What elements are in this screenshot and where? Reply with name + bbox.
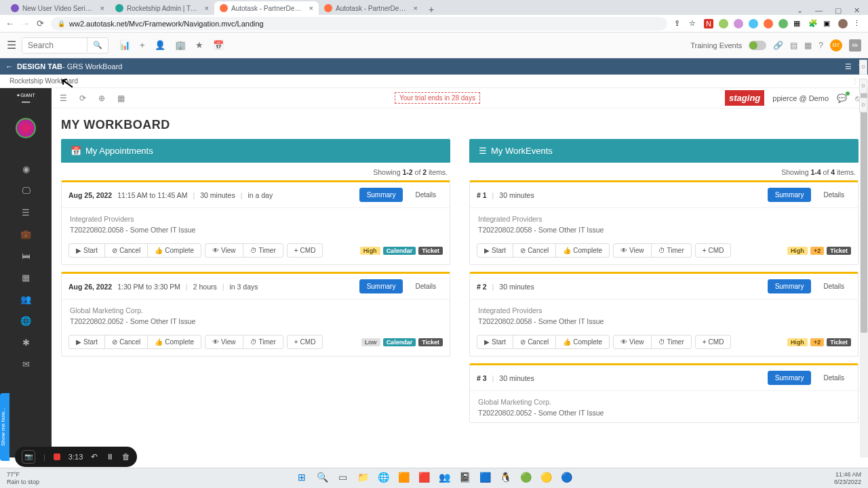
browser-tab[interactable]: New User Video Series - Onbo× [5, 1, 110, 15]
cmd-button[interactable]: + CMD [287, 335, 323, 349]
view-button[interactable]: 👁 View [613, 243, 652, 258]
cancel-button[interactable]: ⊘ Cancel [104, 243, 148, 258]
card-icon[interactable]: ▤ [790, 41, 797, 50]
new-tab-button[interactable]: + [423, 4, 439, 15]
explorer-icon[interactable]: 📁 [356, 472, 370, 485]
chat-icon[interactable]: 💬 [837, 94, 847, 103]
briefcase-icon[interactable]: 💼 [20, 229, 31, 241]
compass-icon[interactable]: ⊕ [98, 94, 105, 103]
search-input[interactable] [22, 38, 87, 53]
undo-icon[interactable]: ↶ [91, 452, 98, 462]
teams-icon[interactable]: 👥 [437, 472, 451, 485]
timer-button[interactable]: ⏱ Timer [243, 335, 283, 349]
users-icon[interactable]: 👥 [20, 294, 31, 306]
timer-button[interactable]: ⏱ Timer [243, 243, 283, 258]
training-link[interactable]: Training Events [690, 41, 742, 49]
ext-icon[interactable] [719, 19, 728, 28]
complete-button[interactable]: 👍 Complete [555, 243, 610, 258]
calendar-icon[interactable]: 📅 [213, 40, 224, 50]
chrome-icon[interactable]: 🔵 [559, 472, 573, 485]
start-button[interactable]: ▶ Start [68, 243, 105, 258]
maximize-icon[interactable]: ▢ [835, 6, 842, 15]
help-icon[interactable]: ? [818, 41, 823, 50]
start-button[interactable]: ▶ Start [477, 335, 513, 349]
ext-icon[interactable]: ▦ [793, 19, 803, 28]
menu-icon[interactable]: ☰ [60, 94, 67, 103]
cmd-button[interactable]: + CMD [287, 243, 323, 258]
app-icon[interactable]: 🟢 [519, 472, 532, 485]
dashboard-icon[interactable]: ◉ [22, 164, 30, 176]
scrollbar[interactable] [860, 88, 868, 458]
table-icon[interactable]: ▦ [22, 272, 30, 285]
start-button[interactable]: ▶ Start [477, 243, 513, 258]
search-icon[interactable]: 🔍 [87, 38, 108, 52]
edge-icon[interactable]: 🌐 [376, 472, 390, 485]
logo-icon[interactable]: ✦GIANT━━━ [12, 92, 39, 108]
details-button[interactable]: Details [816, 188, 851, 201]
app-icon[interactable]: 🟧 [397, 472, 410, 485]
vscode-icon[interactable]: 🟦 [478, 472, 492, 485]
details-button[interactable]: Details [816, 371, 851, 384]
building-icon[interactable]: 🏢 [175, 40, 186, 50]
reload-icon[interactable]: ⟳ [37, 18, 44, 28]
close-icon[interactable]: × [100, 4, 104, 12]
app-switcher[interactable]: kk [849, 39, 861, 52]
camera-icon[interactable]: 📷 [22, 450, 35, 464]
complete-button[interactable]: 👍 Complete [555, 335, 610, 349]
search-icon[interactable]: 🔍 [315, 472, 329, 485]
dock-item[interactable]: 0 [859, 60, 867, 75]
details-button[interactable]: Details [408, 188, 443, 201]
close-icon[interactable]: × [205, 4, 209, 12]
timer-button[interactable]: ⏱ Timer [651, 243, 692, 258]
dock-item[interactable]: 0 [859, 79, 867, 94]
monitor-icon[interactable]: 🖵 [22, 186, 31, 198]
bed-icon[interactable]: 🛏 [22, 251, 31, 263]
chart-icon[interactable]: 📊 [119, 40, 130, 50]
details-button[interactable]: Details [408, 280, 443, 293]
ext-icon[interactable] [778, 19, 788, 28]
cancel-button[interactable]: ⊘ Cancel [513, 243, 556, 258]
profile-avatar[interactable] [838, 19, 848, 28]
user-avatar[interactable] [16, 118, 36, 138]
app-icon[interactable]: 🟡 [539, 472, 553, 485]
show-me-how-tab[interactable]: Show me how... [0, 393, 9, 461]
details-button[interactable]: Details [816, 280, 851, 293]
cancel-button[interactable]: ⊘ Cancel [104, 335, 148, 349]
close-icon[interactable]: × [309, 4, 313, 12]
pause-icon[interactable]: ⏸ [106, 452, 114, 462]
cmd-button[interactable]: + CMD [695, 335, 732, 349]
user-icon[interactable]: 👤 [155, 40, 165, 50]
summary-button[interactable]: Summary [768, 188, 812, 202]
onenote-icon[interactable]: 📓 [458, 472, 471, 485]
timer-button[interactable]: ⏱ Timer [651, 335, 692, 349]
link-icon[interactable]: 🔗 [773, 41, 783, 50]
grid-icon[interactable]: ▦ [804, 41, 812, 50]
forward-icon[interactable]: → [21, 18, 30, 28]
menu-icon[interactable]: ☰ [7, 39, 16, 52]
back-icon[interactable]: ← [5, 62, 13, 70]
ext-icon[interactable] [764, 19, 773, 28]
start-button[interactable]: ▶ Start [68, 335, 105, 349]
ext-icon[interactable] [749, 19, 758, 28]
close-icon[interactable]: × [414, 4, 418, 12]
taskview-icon[interactable]: ▭ [336, 472, 349, 485]
address-bar[interactable]: 🔒 ww2.autotask.net/Mvc/Framework/Navigat… [51, 17, 667, 30]
globe-icon[interactable]: 🌐 [20, 316, 31, 328]
menu-icon[interactable]: ⋮ [853, 19, 863, 28]
sidepanel-icon[interactable]: ▣ [823, 19, 833, 28]
refresh-icon[interactable]: ⟳ [79, 94, 86, 103]
browser-tab[interactable]: Autotask - PartnerDemo12.04.20× [319, 1, 423, 15]
view-button[interactable]: 👁 View [205, 335, 243, 349]
summary-button[interactable]: Summary [768, 371, 812, 385]
cmd-button[interactable]: + CMD [695, 243, 732, 258]
summary-button[interactable]: Summary [359, 188, 403, 202]
ext-icon[interactable] [734, 19, 743, 28]
dock-item[interactable]: 0 [859, 98, 867, 113]
menu-icon[interactable]: ☰ [845, 62, 852, 71]
summary-button[interactable]: Summary [359, 279, 403, 293]
start-icon[interactable]: ⊞ [295, 472, 309, 485]
system-clock[interactable]: 11:46 AM 8/23/2022 [834, 471, 861, 486]
chevron-down-icon[interactable]: ⌄ [797, 6, 803, 15]
share-icon[interactable]: ⇪ [674, 19, 684, 28]
plus-icon[interactable]: + [140, 40, 145, 50]
